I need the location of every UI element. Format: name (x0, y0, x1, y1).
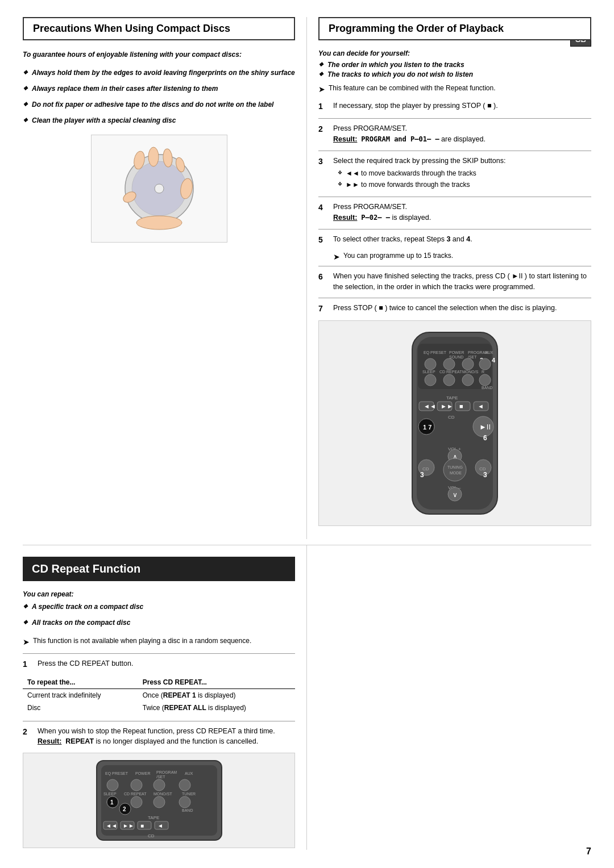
step-1-number: 1 (318, 101, 329, 112)
svg-point-32 (479, 374, 491, 386)
step-5-text: To select other tracks, repeat Steps 3 a… (333, 235, 472, 243)
step-4: 4 Press PROGRAM/SET. Result: P–02– – is … (318, 202, 591, 223)
step-5-arrow: ➤ (333, 252, 340, 261)
step-3-content: Select the required track by pressing th… (333, 156, 591, 191)
feature-bullet-2: The tracks to which you do not wish to l… (318, 70, 591, 78)
svg-text:6: 6 (483, 434, 487, 442)
programming-steps: 1 If necessary, stop the player by press… (318, 101, 591, 315)
step-3-sub-2: ►► to move forwards through the tracks (338, 180, 591, 190)
svg-point-55 (443, 458, 466, 481)
svg-text:1 7: 1 7 (423, 424, 432, 431)
feature-bullet-1: The order in which you listen to the tra… (318, 61, 591, 69)
repeat-step-2-content: When you wish to stop the Repeat functio… (38, 726, 295, 748)
svg-text:AUX: AUX (185, 771, 193, 775)
remote-illustration-small: EQ PRESET POWER PROGRAM /SET AUX SLEEP C… (23, 753, 295, 848)
programming-section: Programming the Order of Playback GB You… (307, 17, 591, 539)
table-cell-1-1: Current track indefinitely (23, 688, 138, 702)
page-number: 7 (586, 846, 591, 857)
repeat-arrow-icon: ➤ (23, 637, 30, 646)
svg-text:SOUND: SOUND (449, 355, 463, 359)
svg-text:BAND: BAND (482, 386, 492, 390)
svg-text:SLEEP: SLEEP (422, 370, 435, 374)
step-4-result-label: Result: (333, 214, 357, 222)
repeat-step-2-number: 2 (23, 726, 33, 738)
table-row: Current track indefinitely Once (REPEAT … (23, 688, 295, 702)
step-2-result-label: Result: (333, 135, 357, 143)
step-6: 6 When you have finished selecting the t… (318, 271, 591, 293)
repeat-step-2: 2 When you wish to stop the Repeat funct… (23, 726, 295, 748)
step-1: 1 If necessary, stop the player by press… (318, 101, 591, 112)
step-6-number: 6 (318, 271, 329, 283)
step-4-text: Press PROGRAM/SET. (333, 203, 407, 211)
step-7-content: Press STOP ( ■ ) twice to cancel the sel… (333, 303, 591, 314)
svg-point-5 (148, 147, 159, 166)
precautions-title: Precautions When Using Compact Discs (23, 17, 295, 40)
step-5-number: 5 (318, 234, 329, 246)
step-5-note-text: You can programme up to 15 tracks. (343, 252, 453, 260)
step-6-content: When you have finished selecting the tra… (333, 271, 591, 293)
svg-point-85 (154, 796, 165, 808)
feature-note: ➤ This feature can be combined with the … (318, 84, 591, 94)
svg-text:PROGRAM: PROGRAM (156, 770, 177, 774)
svg-text:CD: CD (148, 833, 155, 838)
svg-point-80 (131, 796, 142, 808)
svg-text:■: ■ (140, 823, 144, 829)
svg-text:SLEEP: SLEEP (103, 792, 117, 796)
repeat-step-1-content: Press the CD REPEAT button. (38, 658, 295, 669)
precautions-section: Precautions When Using Compact Discs To … (23, 17, 307, 539)
svg-rect-93 (138, 821, 151, 829)
svg-point-20 (443, 358, 455, 370)
step-4-content: Press PROGRAM/SET. Result: P–02– – is di… (333, 202, 591, 223)
step-2: 2 Press PROGRAM/SET. Result: PROGRAM and… (318, 123, 591, 145)
step-2-result-code: PROGRAM and P–01– – (361, 135, 439, 143)
step-3-subbullets: ◄◄ to move backwards through the tracks … (338, 168, 591, 190)
svg-text:AUX: AUX (485, 350, 493, 354)
svg-text:◄: ◄ (478, 403, 484, 410)
svg-text:POWER: POWER (449, 350, 464, 354)
svg-text:BAND: BAND (182, 808, 193, 812)
repeat-step-2-result-label: Result: (38, 737, 61, 745)
svg-point-21 (462, 358, 474, 370)
svg-text:3: 3 (483, 471, 487, 479)
step-2-content: Press PROGRAM/SET. Result: PROGRAM and P… (333, 123, 591, 145)
svg-text:EQ PRESET: EQ PRESET (424, 350, 447, 355)
svg-point-9 (136, 216, 182, 229)
svg-point-29 (425, 374, 436, 386)
repeat-function-note-text: This function is not available when play… (33, 637, 251, 645)
svg-text:TAPE: TAPE (148, 815, 159, 820)
step-6-text: When you have finished selecting the tra… (333, 272, 587, 291)
svg-text:◄◄: ◄◄ (106, 823, 117, 829)
step-3-number: 3 (318, 156, 329, 168)
bullet-3: Do not fix paper or adhesive tape to the… (23, 99, 295, 110)
repeat-step-1-text: Press the CD REPEAT button. (38, 660, 133, 667)
table-cell-2-1: Disc (23, 702, 138, 714)
repeat-step-1: 1 Press the CD REPEAT button. (23, 658, 295, 670)
repeat-step-2-result-text: REPEAT (65, 737, 94, 745)
svg-text:TUNING: TUNING (447, 465, 463, 469)
step-1-content: If necessary, stop the player by pressin… (333, 101, 591, 111)
svg-text:CD REPEAT: CD REPEAT (439, 370, 462, 374)
programming-title: Programming the Order of Playback (318, 17, 591, 40)
svg-text:►►: ►► (123, 823, 134, 829)
repeat-table: To repeat the... Press CD REPEAT... Curr… (23, 676, 295, 714)
feature-note-text: This feature can be combined with the Re… (329, 84, 496, 92)
bottom-right-section (307, 545, 591, 850)
feature-bullets: The order in which you listen to the tra… (318, 61, 591, 78)
step-1-text: If necessary, stop the player by pressin… (333, 102, 498, 110)
svg-text:►II: ►II (479, 423, 491, 431)
svg-point-30 (443, 374, 455, 386)
step-3: 3 Select the required track by pressing … (318, 156, 591, 191)
arrow-icon: ➤ (318, 85, 325, 94)
svg-text:R: R (482, 370, 484, 374)
repeat-step-1-number: 1 (23, 658, 33, 670)
step-3-text: Select the required track by pressing th… (333, 157, 505, 165)
svg-point-23 (479, 358, 491, 370)
svg-point-31 (462, 374, 474, 386)
repeat-table-header-2: Press CD REPEAT... (138, 676, 295, 689)
svg-text:MODE: MODE (450, 471, 462, 475)
svg-text:1: 1 (110, 799, 114, 806)
table-row: Disc Twice (REPEAT ALL is displayed) (23, 702, 295, 714)
page: Precautions When Using Compact Discs To … (0, 0, 614, 868)
table-cell-1-2: Once (REPEAT 1 is displayed) (138, 688, 295, 702)
step-4-number: 4 (318, 202, 329, 214)
